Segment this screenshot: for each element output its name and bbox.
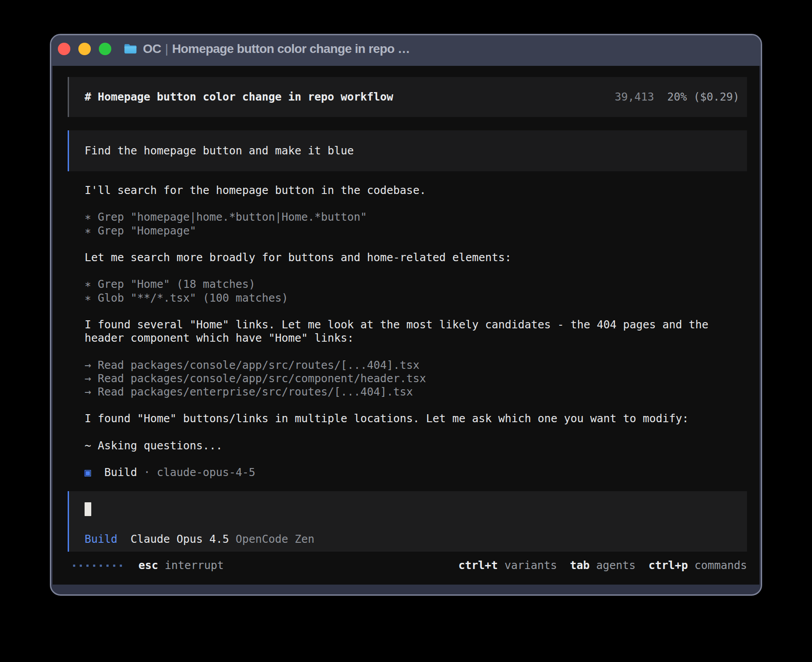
window-title: OC|Homepage button color change in repo … [143,42,410,56]
activity-dots [73,565,122,567]
hint-variants: ctrl+t variants [459,559,557,572]
text-segment: → Read packages/console/app/src/routes/[… [85,359,419,371]
user-message: Find the homepage button and make it blu… [68,130,747,171]
text-cursor [85,502,91,516]
text-segment: ∗ Glob "**/*.tsx" (100 matches) [85,291,288,304]
transcript-line: I found several "Home" links. Let me loo… [85,318,747,331]
prompt-input[interactable]: Build Claude Opus 4.5 OpenCode Zen [68,491,747,552]
hint-commands: ctrl+p commands [649,559,747,572]
text-segment: · claude-opus-4-5 [137,466,256,479]
transcript-line: ▣ Build · claude-opus-4-5 [85,466,747,479]
transcript-line [85,426,747,439]
transcript-line: → Read packages/console/app/src/routes/[… [85,359,747,372]
hint-key: ctrl+t [459,559,498,572]
model-name [229,533,236,545]
activity-dot [93,565,95,567]
text-segment: → Read packages/console/app/src/componen… [85,372,426,385]
transcript-line: ∗ Grep "Home" (18 matches) [85,278,747,291]
activity-dot [113,565,115,567]
activity-dot [106,565,109,567]
activity-dot [120,565,122,567]
hint-label: agents [596,559,636,572]
token-count: 39,413 [615,90,654,103]
session-marker: # [85,90,98,103]
hint-label: variants [504,559,557,572]
titlebar[interactable]: OC|Homepage button color change in repo … [51,35,761,66]
transcript-line: ∗ Glob "**/*.tsx" (100 matches) [85,291,747,305]
hint-label: commands [694,559,747,572]
activity-dot [100,565,102,567]
text-segment: ∗ Grep "Home" (18 matches) [85,278,256,291]
session-stats: 39,413 20% ($0.29) [615,90,739,104]
assistant-transcript: I'll search for the homepage button in t… [68,184,747,479]
window-title-text: Homepage button color change in repo … [172,42,410,56]
agent-name: Build [85,533,118,545]
text-segment: header component which have "Home" links… [85,331,354,344]
close-button[interactable] [58,43,70,55]
hint-label: interrupt [165,559,224,572]
prompt-input-line[interactable] [85,502,747,516]
hint-key: ctrl+p [649,559,688,572]
transcript-line [85,345,747,358]
transcript-line [85,238,747,251]
transcript-line [85,305,747,318]
transcript-line [85,197,747,210]
text-segment: ~ Asking questions... [85,439,223,452]
model-name: Claude Opus 4.5 [130,533,229,545]
text-segment: I found "Home" buttons/links in multiple… [85,412,689,425]
minimize-button[interactable] [78,43,91,55]
transcript-line: ∗ Grep "Homepage" [85,224,747,238]
transcript-line: I found "Home" buttons/links in multiple… [85,412,747,425]
app-window: OC|Homepage button color change in repo … [50,34,762,596]
input-status-bar: Build Claude Opus 4.5 OpenCode Zen [85,533,747,546]
session-title: # Homepage button color change in repo w… [85,90,393,104]
terminal: # Homepage button color change in repo w… [53,66,759,585]
activity-dot [86,565,89,567]
context-cost: 20% ($0.29) [667,90,739,103]
window-title-app: OC [143,42,161,56]
text-segment: → Read packages/enterprise/src/routes/[.… [85,385,413,398]
hint-interrupt: esc interrupt [138,559,224,572]
session-header: # Homepage button color change in repo w… [68,77,747,117]
transcript-line: header component which have "Home" links… [85,331,747,345]
activity-dot [73,565,75,567]
transcript-line [85,399,747,412]
transcript-line: ∗ Grep "homepage|home.*button|Home.*butt… [85,210,747,224]
transcript-line [85,452,747,466]
transcript-line [85,264,747,278]
hint-key: esc [138,559,158,572]
model-name [118,533,131,545]
text-segment: I'll search for the homepage button in t… [85,184,426,197]
transcript-line: I'll search for the homepage button in t… [85,184,747,197]
left-hints: esc interrupt [138,559,224,572]
right-hints: ctrl+t variantstab agentsctrl+p commands [459,559,747,572]
transcript-line: ~ Asking questions... [85,439,747,452]
text-segment: Build [91,466,137,479]
text-segment: I found several "Home" links. Let me loo… [85,318,708,331]
provider-name: OpenCode Zen [235,533,314,545]
text-segment: ∗ Grep "homepage|home.*button|Home.*butt… [85,210,367,223]
transcript-line: Let me search more broadly for buttons a… [85,251,747,264]
agent-badge-icon: ▣ [85,466,91,479]
folder-icon [124,43,137,55]
hint-agents: tab agents [570,559,636,572]
zoom-button[interactable] [99,43,111,55]
traffic-lights [58,43,111,55]
transcript-line: → Read packages/console/app/src/componen… [85,372,747,385]
text-segment: Let me search more broadly for buttons a… [85,251,512,264]
window-title-separator: | [161,42,172,56]
transcript-line: → Read packages/enterprise/src/routes/[.… [85,385,747,399]
user-message-text: Find the homepage button and make it blu… [85,144,354,157]
text-segment: ∗ Grep "Homepage" [85,224,196,237]
activity-dot [80,565,82,567]
hint-bar-left: esc interrupt [68,559,224,572]
hint-key: tab [570,559,589,572]
hint-bar: esc interrupt ctrl+t variantstab agentsc… [68,559,747,572]
